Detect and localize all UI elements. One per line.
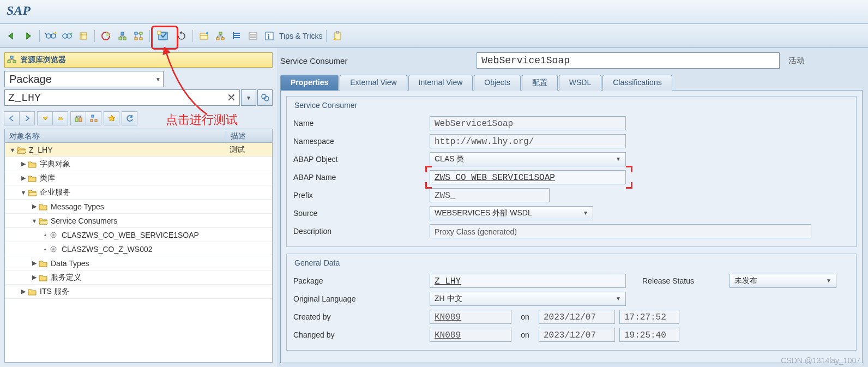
- collapse-toggle[interactable]: ▼: [20, 189, 27, 196]
- repo-browser-title: 资源库浏览器: [20, 55, 66, 65]
- source-select[interactable]: WEBSERVICES 外部 WSDL ▼: [430, 206, 593, 220]
- tree-row[interactable]: •CLASZWS_CO_Z_WS002: [5, 242, 272, 256]
- chevron-down-icon: ▼: [616, 296, 621, 302]
- header-label: Service Consumer: [280, 56, 477, 65]
- list-icon[interactable]: [245, 28, 261, 44]
- activity-icon[interactable]: [98, 28, 113, 44]
- tab-external-view[interactable]: External View: [340, 75, 407, 91]
- regenerate-icon[interactable]: [174, 28, 189, 44]
- svg-rect-27: [8, 61, 10, 63]
- tree-row[interactable]: ▶字典对象: [5, 157, 272, 171]
- forward-button[interactable]: [21, 28, 36, 44]
- content-header: Service Consumer WebService1Soap 活动: [280, 52, 863, 69]
- clipboard-icon[interactable]: [330, 28, 345, 44]
- prev-button[interactable]: [4, 111, 20, 125]
- tree-settings-button[interactable]: [86, 111, 101, 125]
- svg-rect-25: [336, 31, 339, 33]
- clear-icon[interactable]: ✕: [227, 91, 236, 104]
- hierarchy-icon[interactable]: [131, 28, 146, 44]
- tips-tricks-label[interactable]: Tips & Tricks: [279, 32, 323, 40]
- tab-objects[interactable]: Objects: [474, 75, 520, 91]
- tree-row[interactable]: ▶Message Types: [5, 200, 272, 214]
- expand-toggle[interactable]: ▶: [31, 260, 38, 267]
- display-button[interactable]: [257, 89, 273, 106]
- chevron-down-icon: ▼: [583, 210, 588, 216]
- expand-toggle[interactable]: ▶: [31, 203, 38, 210]
- namespace-field: http://www.lhy.org/: [430, 134, 626, 148]
- expand-toggle[interactable]: ▶: [20, 288, 27, 295]
- test-button[interactable]: [155, 28, 171, 44]
- refresh-button[interactable]: [70, 111, 86, 125]
- name-label: Name: [293, 119, 430, 128]
- abap-name-field[interactable]: ZWS_CO_WEB_SERVICE1SOAP: [430, 170, 626, 184]
- tab-wsdl[interactable]: WSDL: [559, 75, 601, 91]
- object-type-value: Package: [9, 73, 52, 86]
- back-button[interactable]: [4, 28, 20, 44]
- glasses-plus-icon[interactable]: +: [59, 28, 75, 44]
- object-type-selector[interactable]: Package ▼: [4, 71, 164, 87]
- other-object-icon[interactable]: [76, 28, 91, 44]
- sync-button[interactable]: [122, 111, 137, 125]
- changed-time-field: 19:25:40: [619, 328, 679, 342]
- glasses-icon[interactable]: [43, 28, 58, 44]
- svg-rect-10: [135, 32, 137, 34]
- tree-row[interactable]: •CLASZWS_CO_WEB_SERVICE1SOAP: [5, 228, 272, 242]
- tab-bar: PropertiesExternal ViewInternal ViewObje…: [280, 74, 863, 91]
- package-field[interactable]: Z_LHY: [430, 274, 626, 288]
- tree-row[interactable]: ▼Z_LHY测试: [5, 143, 272, 157]
- dropdown-history-button[interactable]: ▼: [241, 89, 256, 106]
- folder-icon: [39, 203, 47, 210]
- tree-row[interactable]: ▶类库: [5, 171, 272, 185]
- folder-icon: [28, 160, 37, 168]
- tree-node-label: 类库: [40, 173, 55, 183]
- watermark: CSDN @1314lay_1007: [781, 356, 860, 365]
- object-tree[interactable]: ▼Z_LHY测试▶字典对象▶类库▼企业服务▶Message Types▼Serv…: [4, 143, 273, 363]
- tree-row[interactable]: ▼Service Consumers: [5, 214, 272, 228]
- expand-toggle[interactable]: ▶: [20, 160, 27, 167]
- orig-lang-select[interactable]: ZH 中文 ▼: [430, 292, 626, 306]
- pretty-print-icon[interactable]: [229, 28, 244, 44]
- release-status-select[interactable]: 未发布 ▼: [730, 274, 836, 288]
- favorites-button[interactable]: [104, 111, 119, 125]
- abap-object-label: ABAP Object: [293, 155, 430, 164]
- svg-point-1: [51, 34, 56, 38]
- tree-row[interactable]: ▶ITS 服务: [5, 285, 272, 299]
- svg-rect-34: [91, 119, 93, 122]
- tree-header: 对象名称 描述: [4, 129, 273, 143]
- highlight-corner: [425, 182, 432, 189]
- expand-button[interactable]: [37, 111, 53, 125]
- info-icon[interactable]: i: [262, 28, 277, 44]
- wizard-icon[interactable]: [196, 28, 212, 44]
- package-input[interactable]: Z_LHY ✕: [4, 89, 240, 106]
- collapse-button[interactable]: [52, 111, 68, 125]
- tab-classifications[interactable]: Classifications: [602, 75, 672, 91]
- structure-icon[interactable]: [213, 28, 228, 44]
- collapse-toggle[interactable]: ▼: [31, 218, 38, 224]
- abap-name-label: ABAP Name: [293, 173, 430, 182]
- content-area: Service Consumer WebService1Soap 活动 Prop…: [277, 48, 868, 367]
- changed-by-label: Changed by: [293, 330, 430, 339]
- abap-object-select[interactable]: CLAS 类 ▼: [430, 152, 626, 166]
- changed-date-field: 2023/12/07: [539, 328, 615, 342]
- tab-配置[interactable]: 配置: [522, 75, 558, 91]
- tree-node-label: 服务定义: [51, 273, 81, 282]
- changed-by-field: KN089: [430, 328, 511, 342]
- tree-node-desc: 测试: [226, 145, 272, 155]
- svg-text:+: +: [70, 32, 73, 36]
- tree-col-name: 对象名称: [5, 129, 226, 142]
- where-used-icon[interactable]: [114, 28, 130, 44]
- header-name-field[interactable]: WebService1Soap: [477, 52, 780, 69]
- tree-row[interactable]: ▶Data Types: [5, 256, 272, 270]
- expand-toggle[interactable]: ▶: [20, 175, 27, 182]
- tab-internal-view[interactable]: Internal View: [408, 75, 473, 91]
- tree-row[interactable]: ▶服务定义: [5, 270, 272, 285]
- tree-row[interactable]: ▼企业服务: [5, 185, 272, 200]
- svg-rect-33: [92, 115, 94, 117]
- next-button[interactable]: [19, 111, 35, 125]
- expand-toggle[interactable]: ▶: [31, 274, 38, 281]
- collapse-toggle[interactable]: ▼: [9, 147, 16, 153]
- release-status-value: 未发布: [734, 276, 757, 286]
- tab-properties[interactable]: Properties: [280, 75, 339, 91]
- svg-rect-9: [121, 32, 124, 35]
- name-field: WebService1Soap: [430, 116, 626, 130]
